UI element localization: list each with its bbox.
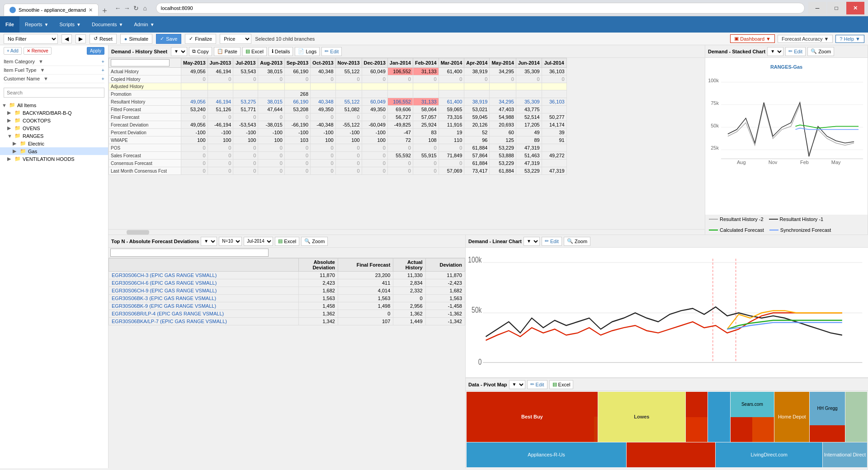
- stacked-chart-select[interactable]: ▼: [767, 47, 783, 56]
- back-btn[interactable]: ←: [114, 5, 122, 12]
- finalize-btn[interactable]: ✓ Finalize: [185, 34, 216, 44]
- nav-file[interactable]: File: [0, 16, 19, 33]
- filter-item-fuel[interactable]: Item Fuel Type ▼ +: [4, 66, 104, 75]
- help-btn[interactable]: ? Help ▼: [835, 35, 864, 43]
- dev-row-name[interactable]: EGR30S06CH-6 (EPIC GAS RANGE VSMALL): [109, 279, 299, 287]
- tree-expand-ventilation: ▶: [7, 156, 13, 162]
- date-select[interactable]: Jul-2014: [244, 237, 273, 246]
- dev-row-name[interactable]: EGR30S06BKA/LP-7 (EPIC GAS RANGE VSMALL): [109, 318, 299, 325]
- linear-chart-select[interactable]: ▼: [524, 237, 540, 246]
- forward-nav-btn[interactable]: ▶: [75, 34, 86, 43]
- home-btn[interactable]: ⌂: [142, 5, 149, 12]
- tree-expand-backyard: ▶: [7, 110, 13, 116]
- tree-ovens[interactable]: ▶ 📁 OVENS: [0, 124, 108, 132]
- back-nav-btn[interactable]: ◀: [61, 34, 72, 43]
- details-btn[interactable]: ℹ Details: [269, 47, 293, 56]
- col-aug2013: Aug-2013: [258, 58, 285, 68]
- history-sheet-select[interactable]: ▼: [171, 47, 187, 56]
- filter-category-plus[interactable]: +: [102, 59, 104, 64]
- n-select[interactable]: N=10: [219, 237, 242, 246]
- simulate-btn[interactable]: ● Simulate: [120, 34, 152, 44]
- zoom-btn-sc[interactable]: 🔍 Zoom: [807, 47, 834, 56]
- save-btn[interactable]: ✓ Save: [156, 34, 181, 44]
- search-input[interactable]: [4, 88, 104, 98]
- tree-backyard[interactable]: ▶ 📁 BACKYARD/BAR-B-Q: [0, 109, 108, 117]
- tree-ranges[interactable]: ▼ 📁 RANGES: [0, 132, 108, 140]
- treemap-cell-homedepot[interactable]: Home Depot: [774, 392, 809, 442]
- new-tab-btn[interactable]: +: [99, 6, 111, 16]
- col-jun2013: Jun-2013: [208, 58, 233, 68]
- add-filter-btn[interactable]: + Add: [4, 47, 22, 55]
- nav-documents-arrow: ▼: [119, 22, 123, 27]
- tree-ventilation[interactable]: ▶ 📁 VENTILATION HOODS: [0, 155, 108, 163]
- tree-gas[interactable]: ▶ 📁 Gas: [0, 147, 108, 155]
- zoom-btn-dev[interactable]: 🔍 Zoom: [301, 237, 328, 246]
- reset-btn[interactable]: ↺ Reset: [90, 34, 117, 44]
- tab-close-btn[interactable]: ✕: [89, 7, 93, 13]
- nav-admin[interactable]: Admin ▼: [128, 16, 160, 33]
- dev-table-wrap[interactable]: AbsoluteDeviation Final Forecast ActualH…: [108, 258, 465, 468]
- address-bar[interactable]: localhost:8090: [156, 3, 805, 14]
- treemap-cell-livingdirect[interactable]: LivingDirect.com: [716, 442, 822, 467]
- edit-btn-lc[interactable]: ✏ Edit: [542, 237, 562, 246]
- dev-row-name[interactable]: EGR30S06CH-3 (EPIC GAS RANGE VSMALL): [109, 272, 299, 279]
- excel-btn-pm[interactable]: ▤ Excel: [549, 380, 574, 389]
- dashboard-btn[interactable]: ▣ Dashboard ▼: [730, 34, 775, 43]
- treemap-cell-bestbuy[interactable]: Best Buy: [467, 392, 598, 442]
- filter-customer-name[interactable]: Customer Name ▼ +: [4, 75, 104, 83]
- dev-row-name[interactable]: EGR30S06BK-3 (EPIC GAS RANGE VSMALL): [109, 295, 299, 302]
- forecast-accuracy-btn[interactable]: Forecast Accuracy ▼: [778, 35, 833, 43]
- dev-row-name[interactable]: EGR30S06BR/LP-4 (EPIC GAS RANGE VSMALL): [109, 310, 299, 318]
- linear-chart-title: Demand - Linear Chart: [468, 239, 522, 244]
- edit-btn-sc[interactable]: ✏ Edit: [785, 47, 806, 56]
- treemap-cell-appliances[interactable]: Appliances-R-Us: [467, 442, 626, 467]
- apply-filter-btn[interactable]: Apply: [87, 47, 104, 55]
- nav-reports[interactable]: Reports ▼: [19, 16, 54, 33]
- tree-electric[interactable]: ▶ 📁 Electric: [0, 140, 108, 147]
- deviations-select[interactable]: ▼: [201, 237, 217, 246]
- treemap-cell-hhgregg[interactable]: HH Gregg: [810, 392, 844, 442]
- close-btn[interactable]: ✕: [846, 2, 864, 14]
- minimize-btn[interactable]: ─: [808, 2, 826, 14]
- tree-cooktops[interactable]: ▶ 📁 COOKTOPS: [0, 117, 108, 124]
- treemap-cell-intldirect[interactable]: International Direct: [823, 442, 867, 467]
- forward-btn[interactable]: →: [123, 5, 131, 12]
- dev-search-input[interactable]: [110, 249, 269, 257]
- logs-btn[interactable]: 📄 Logs: [295, 47, 320, 56]
- treemap-cell-blue1[interactable]: [708, 392, 730, 442]
- lowes-label: Lowes: [634, 414, 649, 419]
- main-filter-select[interactable]: No Filter: [4, 34, 58, 44]
- excel-btn-hs[interactable]: ▤ Excel: [242, 47, 267, 56]
- dev-row-dev: -2,423: [425, 279, 465, 287]
- excel-btn-dev[interactable]: ▤ Excel: [275, 237, 299, 246]
- col-dec2013: Dec-2013: [362, 58, 387, 68]
- paste-btn[interactable]: 📋 Paste: [214, 47, 241, 56]
- filter-fuel-plus[interactable]: +: [102, 67, 104, 73]
- deviations-panel: Top N - Absolute Forecast Deviations ▼ N…: [108, 235, 466, 468]
- zoom-btn-lc[interactable]: 🔍 Zoom: [564, 237, 590, 246]
- dev-row-abs: 1,682: [298, 287, 338, 295]
- maximize-btn[interactable]: □: [827, 2, 845, 14]
- table-search-input[interactable]: [111, 59, 170, 66]
- filter-item-category[interactable]: Item Category ▼ +: [4, 57, 104, 66]
- edit-btn-pm[interactable]: ✏ Edit: [527, 380, 547, 389]
- dev-row-name[interactable]: EGR30S06CH-9 (EPIC GAS RANGE VSMALL): [109, 287, 299, 295]
- tree-all-items[interactable]: ▼ 📁 All Items: [0, 101, 108, 109]
- treemap-cell-lowes[interactable]: Lowes: [598, 392, 685, 442]
- nav-documents[interactable]: Documents ▼: [86, 16, 129, 33]
- edit-btn-hs[interactable]: ✏ Edit: [321, 47, 342, 56]
- copy-btn[interactable]: ⧉ Copy: [189, 47, 212, 56]
- history-table-wrap[interactable]: May-2013 Jun-2013 Jul-2013 Aug-2013 Sep-…: [108, 58, 705, 229]
- remove-filter-btn[interactable]: ✕ Remove: [24, 47, 52, 55]
- treemap-cell-sears[interactable]: Sears.com: [731, 392, 774, 442]
- reload-btn[interactable]: ↻: [132, 5, 140, 12]
- legend-rh2: Resultant History -2: [709, 216, 764, 222]
- active-tab[interactable]: Smoothie - appliance_demand ✕: [4, 4, 99, 16]
- bottom-row: Top N - Absolute Forecast Deviations ▼ N…: [108, 235, 868, 468]
- dev-row-name[interactable]: EGR30S06BK-9 (EPIC GAS RANGE VSMALL): [109, 302, 299, 310]
- nav-scripts[interactable]: Scripts ▼: [54, 16, 86, 33]
- filter-customer-plus[interactable]: +: [102, 76, 104, 81]
- price-select[interactable]: Price: [220, 34, 251, 44]
- pivot-map-select[interactable]: ▼: [509, 380, 525, 389]
- horizontal-scrollbar[interactable]: [108, 229, 705, 235]
